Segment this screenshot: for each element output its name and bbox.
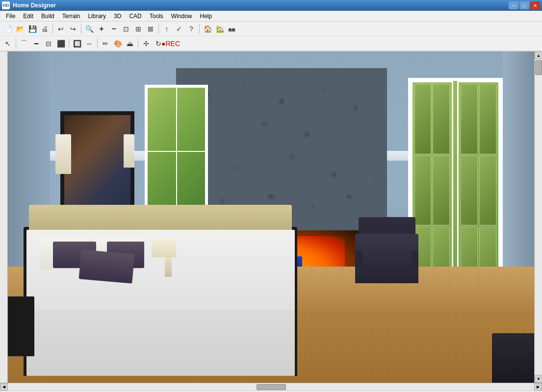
toolbar-separator-7 bbox=[97, 38, 98, 49]
lamp-shade bbox=[152, 238, 176, 257]
window-frame-v bbox=[176, 88, 177, 214]
select-tool-button[interactable]: ↖ bbox=[2, 38, 14, 49]
toolbar-separator-8 bbox=[138, 38, 138, 49]
lamp-base bbox=[165, 257, 172, 277]
close-button[interactable]: ✕ bbox=[530, 1, 540, 9]
floor-lamp bbox=[160, 238, 176, 277]
toolbar-separator-3 bbox=[158, 24, 159, 34]
window-controls: ─ □ ✕ bbox=[509, 1, 540, 9]
toolbar-separator-5 bbox=[16, 38, 16, 49]
title-bar: HD Home Designer ─ □ ✕ bbox=[0, 0, 542, 11]
roof-button[interactable]: 🏡 bbox=[214, 23, 226, 35]
chair-arm-right bbox=[411, 251, 418, 271]
checkmark-button[interactable]: ✓ bbox=[173, 23, 185, 35]
toolbar-area: 📄 📂 💾 🖨 ↩ ↪ 🔍 + − ⊡ ⊞ ⊠ ↑ ✓ ? 🏠 🏡 🏘 ↖ ⌒ … bbox=[0, 22, 542, 51]
hscroll-thumb[interactable] bbox=[257, 384, 286, 390]
toolbar-separator-2 bbox=[81, 24, 81, 34]
app-icon: HD bbox=[2, 1, 10, 9]
toolbar-separator-1 bbox=[52, 24, 53, 34]
dark-pillow-3 bbox=[79, 249, 135, 283]
zoom-window-button[interactable]: ⊞ bbox=[132, 23, 144, 35]
wall-tool-button[interactable]: ━ bbox=[30, 38, 42, 49]
viewport[interactable] bbox=[8, 51, 534, 383]
door-pane bbox=[461, 156, 478, 226]
chair-arm-left bbox=[355, 251, 362, 271]
bottom-chair bbox=[492, 333, 534, 383]
chair-body bbox=[355, 234, 418, 283]
menu-item-help[interactable]: Help bbox=[196, 12, 216, 21]
paint-tool-button[interactable]: 🎨 bbox=[112, 38, 124, 49]
scroll-thumb[interactable] bbox=[535, 60, 542, 75]
door-pane bbox=[433, 84, 450, 154]
door-pane bbox=[461, 84, 478, 154]
door-pane bbox=[414, 156, 432, 226]
draw-tool-button[interactable]: ✏ bbox=[100, 38, 111, 49]
menu-item-edit[interactable]: Edit bbox=[19, 12, 37, 21]
menu-item-window[interactable]: Window bbox=[167, 12, 196, 21]
menu-item-file[interactable]: File bbox=[2, 12, 19, 21]
stair-tool-button[interactable]: 🔲 bbox=[71, 38, 83, 49]
scroll-right-arrow[interactable]: ▶ bbox=[534, 383, 542, 391]
menu-bar: File Edit Build Terrain Library 3D CAD T… bbox=[0, 11, 542, 22]
zoom-fit-button[interactable]: ⊡ bbox=[120, 23, 132, 35]
armchair bbox=[355, 217, 418, 283]
menu-item-build[interactable]: Build bbox=[37, 12, 58, 21]
vertical-scrollbar[interactable]: ▲ ▼ bbox=[534, 51, 542, 383]
arc-tool-button[interactable]: ⌒ bbox=[18, 38, 30, 49]
save-button[interactable]: 💾 bbox=[26, 23, 38, 35]
record-button[interactable]: ●REC bbox=[165, 38, 177, 49]
dimension-tool-button[interactable]: ↔ bbox=[83, 38, 95, 49]
nightstand bbox=[8, 296, 34, 356]
scroll-left-arrow[interactable]: ◀ bbox=[0, 383, 8, 391]
arrow-up-button[interactable]: ↑ bbox=[161, 23, 173, 35]
toolbar-primary: 📄 📂 💾 🖨 ↩ ↪ 🔍 + − ⊡ ⊞ ⊠ ↑ ✓ ? 🏠 🏡 🏘 bbox=[0, 22, 542, 36]
vertical-ruler bbox=[0, 51, 8, 383]
house-button[interactable]: 🏠 bbox=[202, 23, 213, 35]
floor-button[interactable]: 🏘 bbox=[226, 23, 238, 35]
zoom-magnify-button[interactable]: 🔍 bbox=[83, 23, 95, 35]
menu-item-cad[interactable]: CAD bbox=[125, 12, 145, 21]
new-button[interactable]: 📄 bbox=[2, 23, 14, 35]
room-tool-button[interactable]: ⊟ bbox=[43, 38, 54, 49]
window-title: Home Designer bbox=[13, 2, 509, 9]
menu-item-terrain[interactable]: Terrain bbox=[58, 12, 84, 21]
main-area: ▲ ▼ bbox=[0, 51, 542, 383]
toolbar-separator-6 bbox=[69, 38, 69, 49]
toolbar-separator-4 bbox=[199, 24, 200, 34]
crosshair-cursor bbox=[366, 177, 372, 183]
bedroom-scene bbox=[8, 51, 534, 383]
scroll-track[interactable] bbox=[535, 59, 542, 375]
zoom-extent-button[interactable]: ⊠ bbox=[145, 23, 156, 35]
door-pane bbox=[414, 84, 432, 154]
redo-button[interactable]: ↪ bbox=[67, 23, 79, 35]
move-tool-button[interactable]: ✢ bbox=[140, 38, 152, 49]
undo-button[interactable]: ↩ bbox=[55, 23, 67, 35]
maximize-button[interactable]: □ bbox=[519, 1, 529, 9]
scroll-down-arrow[interactable]: ▼ bbox=[535, 375, 542, 383]
cabinet-tool-button[interactable]: ⬛ bbox=[55, 38, 67, 49]
door-pane bbox=[479, 84, 496, 154]
hscroll-track[interactable] bbox=[8, 383, 534, 391]
toolbar-secondary: ↖ ⌒ ━ ⊟ ⬛ 🔲 ↔ ✏ 🎨 ⛰ ✢ ↻ ●REC bbox=[0, 36, 542, 51]
minimize-button[interactable]: ─ bbox=[509, 1, 518, 9]
horizontal-scrollbar[interactable]: ◀ ▶ bbox=[0, 383, 542, 391]
scroll-up-arrow[interactable]: ▲ bbox=[535, 51, 542, 59]
zoom-out-button[interactable]: − bbox=[108, 23, 120, 35]
menu-item-tools[interactable]: Tools bbox=[146, 12, 167, 21]
window-left bbox=[145, 85, 208, 217]
wall-sconce-left bbox=[55, 134, 71, 174]
question-button[interactable]: ? bbox=[185, 23, 197, 35]
print-button[interactable]: 🖨 bbox=[39, 23, 51, 35]
open-button[interactable]: 📂 bbox=[14, 23, 26, 35]
menu-item-library[interactable]: Library bbox=[84, 12, 110, 21]
zoom-in-button[interactable]: + bbox=[96, 23, 107, 35]
wall-sconce-left-2 bbox=[124, 134, 134, 168]
menu-item-3d[interactable]: 3D bbox=[110, 12, 125, 21]
terrain-tool-button[interactable]: ⛰ bbox=[124, 38, 136, 49]
door-pane bbox=[479, 156, 496, 226]
door-pane bbox=[433, 156, 450, 226]
